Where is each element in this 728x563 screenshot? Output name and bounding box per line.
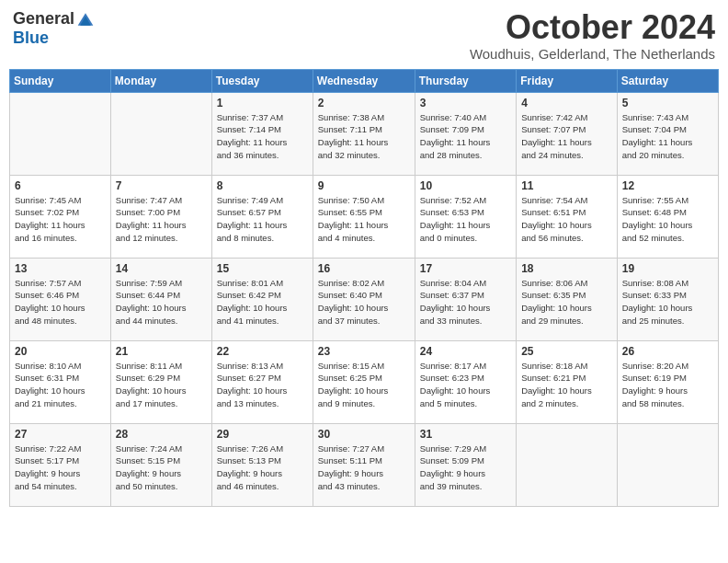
day-number: 13 [15, 262, 106, 275]
day-number: 20 [15, 345, 106, 358]
calendar-cell: 25Sunrise: 8:18 AM Sunset: 6:21 PM Dayli… [517, 340, 618, 423]
logo-general-text: General [13, 9, 74, 29]
day-info: Sunrise: 8:04 AM Sunset: 6:37 PM Dayligh… [420, 277, 511, 327]
day-number: 1 [217, 97, 308, 109]
day-number: 31 [420, 428, 511, 441]
day-number: 12 [622, 179, 713, 192]
title-section: October 2024 Woudhuis, Gelderland, The N… [470, 9, 715, 62]
day-info: Sunrise: 8:18 AM Sunset: 6:21 PM Dayligh… [521, 360, 612, 410]
day-number: 6 [15, 179, 106, 192]
day-info: Sunrise: 7:43 AM Sunset: 7:04 PM Dayligh… [622, 111, 713, 162]
day-info: Sunrise: 8:08 AM Sunset: 6:33 PM Dayligh… [622, 277, 713, 327]
weekday-header-sunday: Sunday [10, 69, 111, 92]
calendar-cell: 7Sunrise: 7:47 AM Sunset: 7:00 PM Daylig… [110, 175, 211, 258]
calendar-cell: 18Sunrise: 8:06 AM Sunset: 6:35 PM Dayli… [517, 258, 618, 340]
day-info: Sunrise: 7:57 AM Sunset: 6:46 PM Dayligh… [15, 277, 106, 327]
calendar-cell: 1Sunrise: 7:37 AM Sunset: 7:14 PM Daylig… [211, 92, 313, 175]
day-info: Sunrise: 8:17 AM Sunset: 6:23 PM Dayligh… [420, 360, 511, 410]
calendar-cell: 16Sunrise: 8:02 AM Sunset: 6:40 PM Dayli… [313, 258, 415, 340]
day-number: 2 [318, 97, 410, 109]
day-number: 7 [116, 179, 207, 192]
calendar-cell: 19Sunrise: 8:08 AM Sunset: 6:33 PM Dayli… [617, 258, 718, 340]
day-info: Sunrise: 8:11 AM Sunset: 6:29 PM Dayligh… [116, 360, 207, 410]
calendar-cell: 29Sunrise: 7:26 AM Sunset: 5:13 PM Dayli… [211, 423, 313, 506]
location-text: Woudhuis, Gelderland, The Netherlands [470, 46, 715, 62]
day-info: Sunrise: 8:15 AM Sunset: 6:25 PM Dayligh… [318, 360, 410, 410]
calendar-cell: 3Sunrise: 7:40 AM Sunset: 7:09 PM Daylig… [415, 92, 516, 175]
weekday-header-saturday: Saturday [617, 69, 718, 92]
day-number: 22 [217, 345, 308, 358]
day-number: 25 [521, 345, 612, 358]
day-number: 16 [318, 262, 410, 275]
calendar-cell [110, 92, 211, 175]
day-info: Sunrise: 7:38 AM Sunset: 7:11 PM Dayligh… [318, 111, 410, 162]
calendar-cell: 9Sunrise: 7:50 AM Sunset: 6:55 PM Daylig… [313, 175, 415, 258]
calendar-cell [517, 423, 618, 506]
calendar-week-4: 20Sunrise: 8:10 AM Sunset: 6:31 PM Dayli… [10, 340, 719, 423]
day-number: 14 [116, 262, 207, 275]
day-number: 28 [116, 428, 207, 441]
calendar-cell: 30Sunrise: 7:27 AM Sunset: 5:11 PM Dayli… [313, 423, 415, 506]
day-number: 10 [420, 179, 511, 192]
month-title: October 2024 [470, 9, 715, 46]
day-info: Sunrise: 8:01 AM Sunset: 6:42 PM Dayligh… [217, 277, 308, 327]
day-number: 3 [420, 97, 511, 109]
day-number: 5 [622, 97, 713, 109]
calendar-cell: 2Sunrise: 7:38 AM Sunset: 7:11 PM Daylig… [313, 92, 415, 175]
day-number: 30 [318, 428, 410, 441]
day-number: 26 [622, 345, 713, 358]
calendar-cell [617, 423, 718, 506]
day-info: Sunrise: 7:22 AM Sunset: 5:17 PM Dayligh… [15, 442, 106, 493]
day-number: 4 [521, 97, 612, 109]
day-info: Sunrise: 7:24 AM Sunset: 5:15 PM Dayligh… [116, 442, 207, 493]
calendar-cell: 10Sunrise: 7:52 AM Sunset: 6:53 PM Dayli… [415, 175, 516, 258]
day-number: 15 [217, 262, 308, 275]
day-info: Sunrise: 7:54 AM Sunset: 6:51 PM Dayligh… [521, 194, 612, 245]
day-info: Sunrise: 7:27 AM Sunset: 5:11 PM Dayligh… [318, 442, 410, 493]
calendar-cell: 6Sunrise: 7:45 AM Sunset: 7:02 PM Daylig… [10, 175, 111, 258]
day-number: 8 [217, 179, 308, 192]
day-info: Sunrise: 8:13 AM Sunset: 6:27 PM Dayligh… [217, 360, 308, 410]
calendar-cell: 22Sunrise: 8:13 AM Sunset: 6:27 PM Dayli… [211, 340, 313, 423]
calendar-cell [10, 92, 111, 175]
calendar-cell: 23Sunrise: 8:15 AM Sunset: 6:25 PM Dayli… [313, 340, 415, 423]
calendar-cell: 11Sunrise: 7:54 AM Sunset: 6:51 PM Dayli… [517, 175, 618, 258]
page-header: General Blue October 2024 Woudhuis, Geld… [9, 9, 719, 62]
day-info: Sunrise: 7:55 AM Sunset: 6:48 PM Dayligh… [622, 194, 713, 245]
calendar-week-2: 6Sunrise: 7:45 AM Sunset: 7:02 PM Daylig… [10, 175, 719, 258]
day-number: 9 [318, 179, 410, 192]
day-info: Sunrise: 7:40 AM Sunset: 7:09 PM Dayligh… [420, 111, 511, 162]
day-info: Sunrise: 7:47 AM Sunset: 7:00 PM Dayligh… [116, 194, 207, 245]
calendar-cell: 14Sunrise: 7:59 AM Sunset: 6:44 PM Dayli… [110, 258, 211, 340]
day-number: 23 [318, 345, 410, 358]
logo-blue-text: Blue [13, 29, 49, 48]
day-number: 18 [521, 262, 612, 275]
day-number: 17 [420, 262, 511, 275]
calendar-cell: 28Sunrise: 7:24 AM Sunset: 5:15 PM Dayli… [110, 423, 211, 506]
calendar-week-5: 27Sunrise: 7:22 AM Sunset: 5:17 PM Dayli… [10, 423, 719, 506]
day-info: Sunrise: 8:20 AM Sunset: 6:19 PM Dayligh… [622, 360, 713, 410]
calendar-table: SundayMondayTuesdayWednesdayThursdayFrid… [9, 69, 719, 507]
calendar-cell: 26Sunrise: 8:20 AM Sunset: 6:19 PM Dayli… [617, 340, 718, 423]
day-number: 19 [622, 262, 713, 275]
day-info: Sunrise: 7:50 AM Sunset: 6:55 PM Dayligh… [318, 194, 410, 245]
day-number: 24 [420, 345, 511, 358]
day-info: Sunrise: 8:02 AM Sunset: 6:40 PM Dayligh… [318, 277, 410, 327]
calendar-week-3: 13Sunrise: 7:57 AM Sunset: 6:46 PM Dayli… [10, 258, 719, 340]
day-info: Sunrise: 7:49 AM Sunset: 6:57 PM Dayligh… [217, 194, 308, 245]
weekday-header-thursday: Thursday [415, 69, 516, 92]
calendar-cell: 17Sunrise: 8:04 AM Sunset: 6:37 PM Dayli… [415, 258, 516, 340]
weekday-header-row: SundayMondayTuesdayWednesdayThursdayFrid… [10, 69, 719, 92]
weekday-header-monday: Monday [110, 69, 211, 92]
day-info: Sunrise: 7:52 AM Sunset: 6:53 PM Dayligh… [420, 194, 511, 245]
day-info: Sunrise: 7:29 AM Sunset: 5:09 PM Dayligh… [420, 442, 511, 493]
day-number: 11 [521, 179, 612, 192]
calendar-cell: 8Sunrise: 7:49 AM Sunset: 6:57 PM Daylig… [211, 175, 313, 258]
calendar-cell: 27Sunrise: 7:22 AM Sunset: 5:17 PM Dayli… [10, 423, 111, 506]
calendar-cell: 24Sunrise: 8:17 AM Sunset: 6:23 PM Dayli… [415, 340, 516, 423]
day-info: Sunrise: 8:10 AM Sunset: 6:31 PM Dayligh… [15, 360, 106, 410]
day-info: Sunrise: 7:59 AM Sunset: 6:44 PM Dayligh… [116, 277, 207, 327]
day-info: Sunrise: 7:37 AM Sunset: 7:14 PM Dayligh… [217, 111, 308, 162]
calendar-cell: 31Sunrise: 7:29 AM Sunset: 5:09 PM Dayli… [415, 423, 516, 506]
weekday-header-friday: Friday [517, 69, 618, 92]
